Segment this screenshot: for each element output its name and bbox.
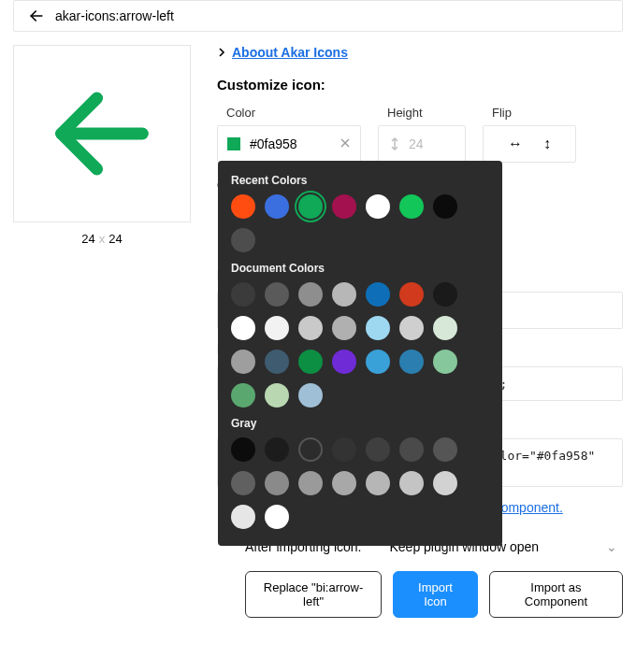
replace-button[interactable]: Replace "bi:arrow-left" [245, 571, 382, 618]
color-swatch[interactable] [298, 383, 323, 407]
color-swatch[interactable] [366, 282, 390, 307]
arrow-left-icon [41, 73, 163, 194]
customize-heading: Customize icon: [217, 77, 623, 93]
color-swatch-icon [227, 137, 240, 150]
color-swatch[interactable] [231, 282, 255, 307]
color-swatch[interactable] [231, 194, 255, 219]
color-swatch[interactable] [231, 383, 255, 407]
back-arrow-icon[interactable] [27, 7, 46, 25]
color-swatch[interactable] [433, 194, 457, 219]
color-swatch[interactable] [332, 437, 356, 462]
flip-vertical-icon[interactable]: ↕ [543, 136, 551, 152]
color-swatch[interactable] [298, 437, 323, 462]
color-swatch[interactable] [298, 194, 323, 219]
height-input[interactable]: 24 [378, 125, 466, 163]
color-swatch[interactable] [433, 350, 457, 374]
header-bar: akar-icons:arrow-left [13, 0, 623, 32]
color-swatch[interactable] [433, 316, 457, 340]
color-swatch[interactable] [265, 505, 289, 529]
color-swatch[interactable] [399, 350, 424, 374]
color-swatch[interactable] [231, 505, 255, 529]
color-swatch[interactable] [366, 471, 390, 495]
color-swatch[interactable] [332, 471, 356, 495]
icon-preview [13, 45, 191, 222]
color-swatch[interactable] [298, 350, 323, 374]
chevron-right-icon [217, 48, 226, 57]
document-colors-label: Document Colors [231, 262, 489, 275]
color-swatch[interactable] [265, 350, 289, 374]
recent-colors-label: Recent Colors [231, 174, 489, 187]
color-swatch[interactable] [332, 350, 356, 374]
color-swatch[interactable] [231, 228, 255, 252]
color-swatch[interactable] [298, 316, 323, 340]
color-swatch[interactable] [433, 471, 457, 495]
color-swatch[interactable] [265, 316, 289, 340]
color-swatch[interactable] [399, 437, 424, 462]
import-icon-button[interactable]: Import Icon [393, 571, 478, 618]
color-swatch[interactable] [298, 471, 323, 495]
color-swatch[interactable] [332, 316, 356, 340]
color-swatch[interactable] [399, 194, 424, 219]
import-component-button[interactable]: Import as Component [489, 571, 623, 618]
color-swatch[interactable] [366, 350, 390, 374]
height-field-label: Height [387, 106, 466, 120]
color-swatch[interactable] [265, 437, 289, 462]
height-value: 24 [409, 136, 424, 151]
flip-horizontal-icon[interactable]: ↔ [508, 136, 523, 152]
color-swatch[interactable] [265, 471, 289, 495]
color-picker-popover: Recent Colors Document Colors Gray [218, 161, 502, 546]
color-swatch[interactable] [265, 383, 289, 407]
color-swatch[interactable] [265, 194, 289, 219]
color-swatch[interactable] [298, 282, 323, 307]
color-swatch[interactable] [231, 437, 255, 462]
chevron-down-icon[interactable]: ⌄ [606, 539, 617, 554]
color-swatch[interactable] [433, 437, 457, 462]
flip-field-label: Flip [492, 106, 576, 120]
color-swatch[interactable] [366, 316, 390, 340]
color-swatch[interactable] [231, 350, 255, 374]
color-swatch[interactable] [399, 282, 424, 307]
color-swatch[interactable] [433, 282, 457, 307]
color-swatch[interactable] [366, 194, 390, 219]
icon-name: akar-icons:arrow-left [55, 8, 174, 23]
color-swatch[interactable] [231, 316, 255, 340]
height-icon [388, 137, 401, 150]
color-swatch[interactable] [332, 194, 356, 219]
color-value: #0fa958 [250, 136, 297, 151]
color-input[interactable]: #0fa958 [217, 125, 361, 163]
color-swatch[interactable] [399, 471, 424, 495]
about-link[interactable]: Aboout Akar Icons [232, 45, 348, 60]
color-swatch[interactable] [366, 437, 390, 462]
gray-colors-label: Gray [231, 417, 489, 430]
color-swatch[interactable] [231, 471, 255, 495]
clear-color-icon[interactable] [340, 136, 351, 151]
color-swatch[interactable] [332, 282, 356, 307]
dimensions: 24x24 [13, 232, 191, 246]
color-field-label: Color [226, 106, 361, 120]
color-swatch[interactable] [265, 282, 289, 307]
color-swatch[interactable] [399, 316, 424, 340]
